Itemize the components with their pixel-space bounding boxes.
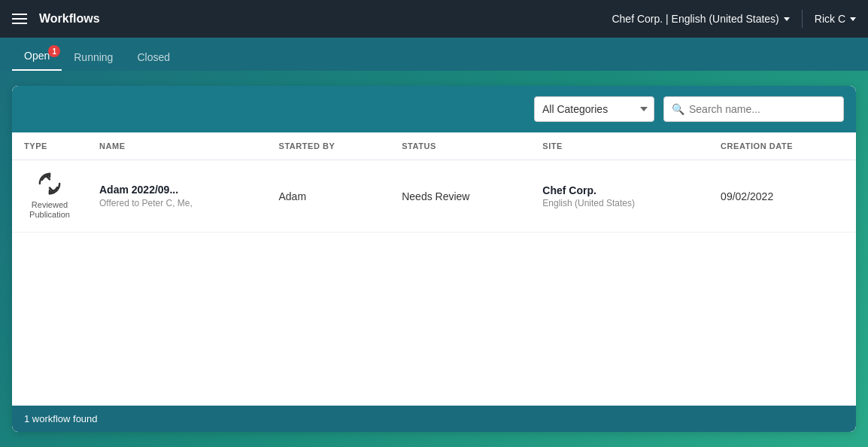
tab-open[interactable]: Open 1 bbox=[12, 42, 62, 71]
topbar: Workflows Chef Corp. | English (United S… bbox=[0, 0, 868, 38]
type-cell: Reviewed Publication bbox=[12, 160, 87, 233]
app-title: Workflows bbox=[39, 12, 612, 26]
search-box: 🔍 bbox=[663, 96, 844, 122]
org-selector[interactable]: Chef Corp. | English (United States) bbox=[612, 13, 789, 25]
tab-open-badge: 1 bbox=[48, 45, 60, 57]
started-by-cell: Adam bbox=[267, 160, 390, 233]
col-status: STATUS bbox=[390, 132, 530, 160]
creation-date-cell: 09/02/2022 bbox=[709, 160, 856, 233]
reviewed-publication-icon bbox=[38, 172, 61, 195]
site-secondary: English (United States) bbox=[542, 198, 697, 208]
tab-closed-label: Closed bbox=[137, 51, 170, 63]
content-card: All Categories Publication Review Approv… bbox=[12, 86, 856, 432]
status-cell: Needs Review bbox=[390, 160, 530, 233]
col-creation-date: CREATION DATE bbox=[709, 132, 856, 160]
table-row[interactable]: Reviewed Publication Adam 2022/09... Off… bbox=[12, 160, 856, 233]
org-label: Chef Corp. | English (United States) bbox=[612, 13, 778, 25]
org-chevron-icon bbox=[784, 17, 790, 21]
table-header-row: TYPE NAME STARTED BY STATUS SITE CREATIO… bbox=[12, 132, 856, 160]
category-select[interactable]: All Categories Publication Review Approv… bbox=[534, 96, 654, 122]
tab-closed[interactable]: Closed bbox=[125, 44, 182, 71]
hamburger-menu-button[interactable] bbox=[12, 14, 27, 24]
name-secondary: Offered to Peter C, Me, bbox=[99, 198, 255, 208]
user-menu[interactable]: Rick C bbox=[815, 13, 856, 25]
main-content: All Categories Publication Review Approv… bbox=[0, 71, 868, 447]
user-label: Rick C bbox=[815, 13, 845, 25]
site-primary: Chef Corp. bbox=[542, 184, 697, 196]
col-started-by: STARTED BY bbox=[267, 132, 390, 160]
topbar-divider bbox=[802, 10, 803, 28]
site-cell: Chef Corp. English (United States) bbox=[530, 160, 709, 233]
type-label: Reviewed Publication bbox=[24, 200, 75, 220]
col-name: NAME bbox=[87, 132, 267, 160]
col-type: TYPE bbox=[12, 132, 87, 160]
table-container: TYPE NAME STARTED BY STATUS SITE CREATIO… bbox=[12, 132, 856, 406]
name-cell: Adam 2022/09... Offered to Peter C, Me, bbox=[87, 160, 267, 233]
col-site: SITE bbox=[530, 132, 709, 160]
workflows-table: TYPE NAME STARTED BY STATUS SITE CREATIO… bbox=[12, 132, 856, 233]
footer-bar: 1 workflow found bbox=[12, 406, 856, 432]
search-icon: 🔍 bbox=[672, 103, 684, 115]
name-primary: Adam 2022/09... bbox=[99, 184, 255, 196]
tab-bar: Open 1 Running Closed bbox=[0, 38, 868, 71]
tab-open-label: Open bbox=[24, 50, 50, 62]
user-chevron-icon bbox=[850, 17, 856, 21]
workflow-count: 1 workflow found bbox=[24, 413, 98, 424]
search-input[interactable] bbox=[684, 97, 836, 121]
tab-running-label: Running bbox=[74, 51, 113, 63]
tab-running[interactable]: Running bbox=[62, 44, 125, 71]
filter-bar: All Categories Publication Review Approv… bbox=[12, 86, 856, 132]
